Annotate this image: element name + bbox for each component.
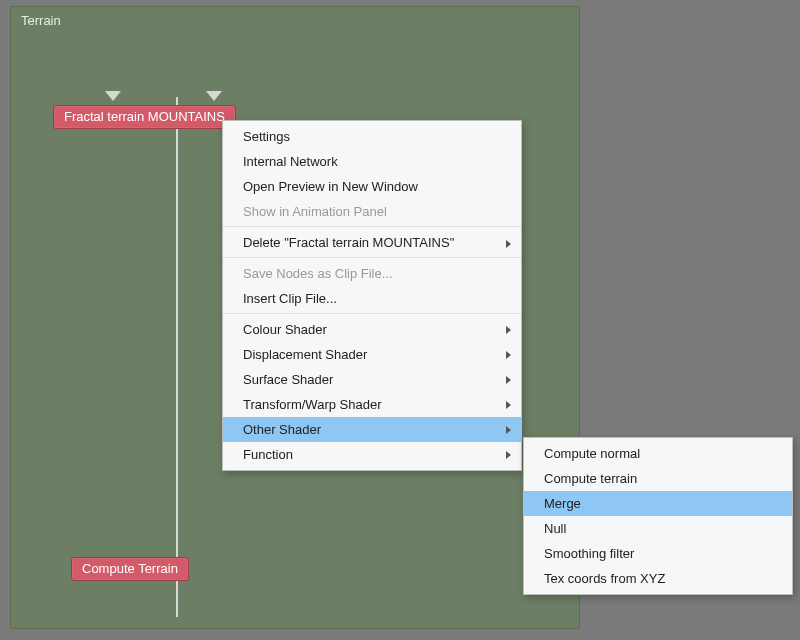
menu-item-save-clip: Save Nodes as Clip File... xyxy=(223,261,521,286)
submenu-item-compute-terrain[interactable]: Compute terrain xyxy=(524,466,792,491)
menu-item-label: Show in Animation Panel xyxy=(243,204,387,219)
menu-item-label: Compute normal xyxy=(544,446,640,461)
chevron-right-icon xyxy=(506,376,511,384)
menu-item-label: Open Preview in New Window xyxy=(243,179,418,194)
menu-item-label: Displacement Shader xyxy=(243,347,367,362)
menu-item-label: Compute terrain xyxy=(544,471,637,486)
submenu-item-null[interactable]: Null xyxy=(524,516,792,541)
menu-item-label: Colour Shader xyxy=(243,322,327,337)
node-label: Compute Terrain xyxy=(82,561,178,576)
menu-item-label: Transform/Warp Shader xyxy=(243,397,381,412)
menu-item-label: Null xyxy=(544,521,566,536)
submenu-item-tex-coords-from-xyz[interactable]: Tex coords from XYZ xyxy=(524,566,792,591)
submenu-item-merge[interactable]: Merge xyxy=(524,491,792,516)
panel-title: Terrain xyxy=(21,13,61,28)
menu-item-other-shader[interactable]: Other Shader xyxy=(223,417,521,442)
menu-item-label: Insert Clip File... xyxy=(243,291,337,306)
menu-item-delete[interactable]: Delete "Fractal terrain MOUNTAINS" xyxy=(223,230,521,258)
context-submenu-other-shader: Compute normal Compute terrain Merge Nul… xyxy=(523,437,793,595)
menu-item-transform-warp-shader[interactable]: Transform/Warp Shader xyxy=(223,392,521,417)
context-menu: Settings Internal Network Open Preview i… xyxy=(222,120,522,471)
menu-item-displacement-shader[interactable]: Displacement Shader xyxy=(223,342,521,367)
submenu-item-smoothing-filter[interactable]: Smoothing filter xyxy=(524,541,792,566)
menu-item-show-in-animation-panel: Show in Animation Panel xyxy=(223,199,521,227)
menu-item-label: Save Nodes as Clip File... xyxy=(243,266,393,281)
node-connector xyxy=(176,97,178,617)
menu-item-label: Settings xyxy=(243,129,290,144)
node-label: Fractal terrain MOUNTAINS xyxy=(64,109,225,124)
chevron-right-icon xyxy=(506,426,511,434)
menu-item-label: Function xyxy=(243,447,293,462)
menu-item-surface-shader[interactable]: Surface Shader xyxy=(223,367,521,392)
menu-item-label: Other Shader xyxy=(243,422,321,437)
node-input-arrow-icon xyxy=(105,91,121,101)
submenu-item-compute-normal[interactable]: Compute normal xyxy=(524,441,792,466)
node-compute-terrain[interactable]: Compute Terrain xyxy=(71,557,189,581)
chevron-right-icon xyxy=(506,326,511,334)
menu-item-label: Tex coords from XYZ xyxy=(544,571,665,586)
menu-item-label: Merge xyxy=(544,496,581,511)
menu-item-label: Delete "Fractal terrain MOUNTAINS" xyxy=(243,235,454,250)
menu-item-settings[interactable]: Settings xyxy=(223,124,521,149)
chevron-right-icon xyxy=(506,240,511,248)
menu-item-label: Smoothing filter xyxy=(544,546,634,561)
node-fractal-terrain-mountains[interactable]: Fractal terrain MOUNTAINS xyxy=(53,105,236,129)
menu-item-label: Surface Shader xyxy=(243,372,333,387)
chevron-right-icon xyxy=(506,451,511,459)
node-input-arrow-icon xyxy=(206,91,222,101)
menu-item-insert-clip[interactable]: Insert Clip File... xyxy=(223,286,521,314)
menu-item-function[interactable]: Function xyxy=(223,442,521,467)
chevron-right-icon xyxy=(506,401,511,409)
chevron-right-icon xyxy=(506,351,511,359)
menu-item-label: Internal Network xyxy=(243,154,338,169)
menu-item-open-preview[interactable]: Open Preview in New Window xyxy=(223,174,521,199)
menu-item-colour-shader[interactable]: Colour Shader xyxy=(223,317,521,342)
menu-item-internal-network[interactable]: Internal Network xyxy=(223,149,521,174)
